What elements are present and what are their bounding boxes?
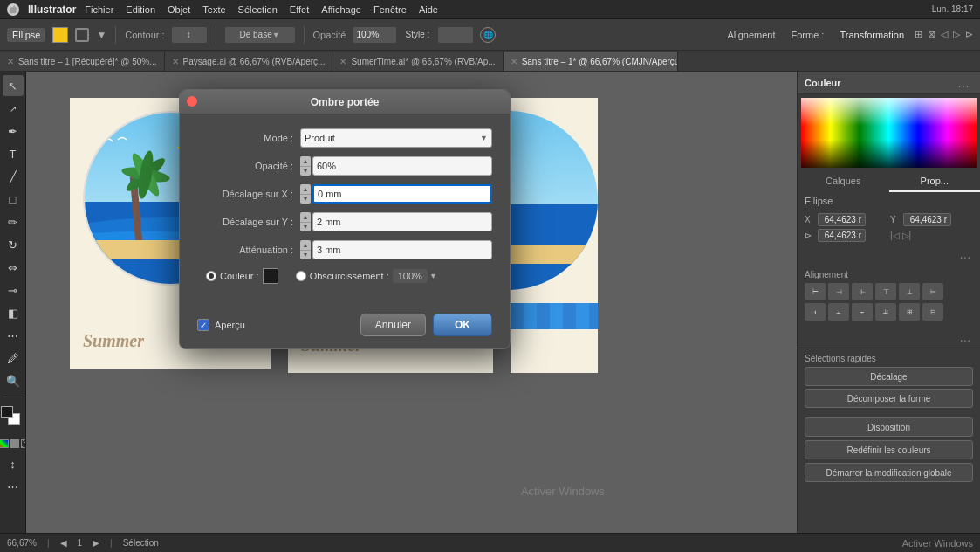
tab-4[interactable]: ✕ Sans titre – 1* @ 66,67% (CMJN/Aperçu) [504,52,678,71]
tool-brush[interactable]: ✏ [3,211,24,232]
tool-line[interactable]: ╱ [3,166,24,187]
tool-reflect[interactable]: ↕ [3,453,24,474]
tab-close-4[interactable]: ✕ [511,57,517,66]
menu-affichage[interactable]: Affichage [321,4,361,15]
distribute-bottom-btn[interactable]: ⊟ [922,303,943,321]
decalage-x-down[interactable]: ▼ [300,195,311,204]
color-picker-area[interactable] [801,98,977,168]
tool-gradient[interactable]: ◧ [3,302,24,323]
menu-selection[interactable]: Sélection [238,4,278,15]
apercu-checkbox[interactable]: ✓ [197,319,209,331]
nav-icon-1[interactable]: ⊞ [915,29,922,40]
menu-fichier[interactable]: Fichier [85,4,113,15]
dialog-close-btn[interactable] [187,96,197,107]
menu-edition[interactable]: Edition [126,4,155,15]
align-left-btn[interactable]: ⊢ [805,283,826,300]
decalage-y-down[interactable]: ▼ [300,223,311,232]
tab-calques[interactable]: Calques [798,171,889,192]
tab-2[interactable]: ✕ Paysage.ai @ 66,67% (RVB/Aperç... [165,52,333,71]
menu-effet[interactable]: Effet [290,4,309,15]
stroke-swatch[interactable] [75,28,89,42]
menu-aide[interactable]: Aide [419,4,438,15]
decalage-y-stepper[interactable]: ▲ ▼ [300,212,311,231]
nav-icon-5[interactable]: ⊳ [965,29,973,40]
menu-fenetre[interactable]: Fenêtre [373,4,407,15]
apple-icon[interactable] [7,3,19,16]
tab-proprietes[interactable]: Prop... [889,171,981,192]
decalage-x-stepper[interactable]: ▲ ▼ [300,184,311,204]
tool-width[interactable]: ⊸ [3,279,24,300]
tool-icon-1[interactable]: ▼ [96,29,106,41]
tab-close-2[interactable]: ✕ [172,57,179,66]
style-selector[interactable]: De base ▼ [225,27,295,43]
btn-ok[interactable]: OK [433,314,492,336]
align-top-btn[interactable]: ⊤ [875,283,896,300]
attenuation-input[interactable]: 3 mm [312,240,492,259]
color-swatch-black[interactable] [263,268,278,284]
tool-eyedropper[interactable]: 🖉 [3,348,24,369]
tab-close-3[interactable]: ✕ [339,57,346,66]
fg-color-box[interactable] [1,406,13,418]
decalage-x-up[interactable]: ▲ [300,184,311,195]
align-right-btn[interactable]: ⊩ [852,283,873,300]
align-center-v-btn[interactable]: ⊥ [899,283,920,300]
color-more-btn[interactable]: … [954,74,973,92]
stroke-stepper[interactable]: ↕ [172,27,207,43]
nav-icon-4[interactable]: ▷ [953,29,960,40]
more-btn-2[interactable]: … [956,328,975,346]
globe-icon[interactable]: 🌐 [480,27,496,43]
distribute-center-h-btn[interactable]: ⫠ [828,303,849,321]
tool-extra[interactable]: ⋯ [3,476,24,497]
tool-mirror[interactable]: ⇔ [3,257,24,278]
coord-y-top-val[interactable]: 64,4623 r [903,213,951,226]
attenuation-up[interactable]: ▲ [300,240,311,251]
tool-select[interactable]: ↖ [3,75,24,96]
mode-select[interactable]: Produit ▼ [300,128,492,148]
coord-x-val[interactable]: 64,4623 r [818,213,866,226]
btn-decomposer[interactable]: Décomposer la forme [805,389,973,408]
distribute-left-btn[interactable]: ⫞ [805,303,826,321]
btn-annuler[interactable]: Annuler [360,314,426,336]
btn-disposition[interactable]: Disposition [805,417,973,437]
attenuation-down[interactable]: ▼ [300,251,311,260]
color-controls[interactable] [1,406,25,431]
more-btn-1[interactable]: … [956,245,975,263]
forme-nav[interactable]: Forme : [786,28,830,42]
tab-3[interactable]: ✕ SumerTime.ai* @ 66,67% (RVB/Ap... [332,52,503,71]
transformation-nav[interactable]: Transformation [834,28,909,42]
obscurcissement-arrow[interactable]: ▼ [429,272,437,280]
tab-close-1[interactable]: ✕ [7,57,14,66]
nav-fwd[interactable]: ▶ [93,538,99,548]
btn-demarrer[interactable]: Démarrer la modification globale [805,463,973,482]
decalage-y-up[interactable]: ▲ [300,212,311,223]
nav-back[interactable]: ◀ [60,538,67,548]
tab-1[interactable]: ✕ Sans titre – 1 [Récupéré]* @ 50%... [0,52,165,71]
tool-rotate[interactable]: ↻ [3,234,24,255]
color-mode-btn[interactable] [0,439,9,448]
align-bottom-btn[interactable]: ⊨ [922,283,943,300]
alignement-nav[interactable]: Alignement [722,28,780,42]
nav-icon-2[interactable]: ⊠ [928,29,935,40]
tool-zoom[interactable]: 🔍 [3,370,24,391]
btn-decalage[interactable]: Décalage [805,367,973,386]
distribute-center-v-btn[interactable]: ⊞ [899,303,920,321]
style-value[interactable] [438,27,473,43]
gradient-mode-btn[interactable] [10,439,19,448]
menu-texte[interactable]: Texte [202,4,225,15]
btn-redefir[interactable]: Redéfinir les couleurs [805,440,973,459]
tool-text[interactable]: T [3,143,24,164]
obscurcissement-radio[interactable] [296,271,306,281]
decalage-y-input[interactable]: 2 mm [312,212,492,231]
opacite-input[interactable]: 60% [312,156,492,176]
tool-rect[interactable]: □ [3,189,24,210]
attenuation-stepper[interactable]: ▲ ▼ [300,240,311,259]
media-play-btn[interactable]: ▷| [902,231,912,240]
distribute-top-btn[interactable]: ⫡ [875,303,896,321]
canvas-area[interactable]: Summer TIME [26,72,797,533]
opacite-stepper[interactable]: ▲ ▼ [300,156,311,176]
fill-color-swatch[interactable] [52,27,68,43]
nav-icon-3[interactable]: ◁ [941,29,948,40]
distribute-right-btn[interactable]: ⫟ [852,303,873,321]
media-prev-btn[interactable]: |◁ [890,231,900,240]
decalage-x-input[interactable]: 0 mm [312,184,492,204]
